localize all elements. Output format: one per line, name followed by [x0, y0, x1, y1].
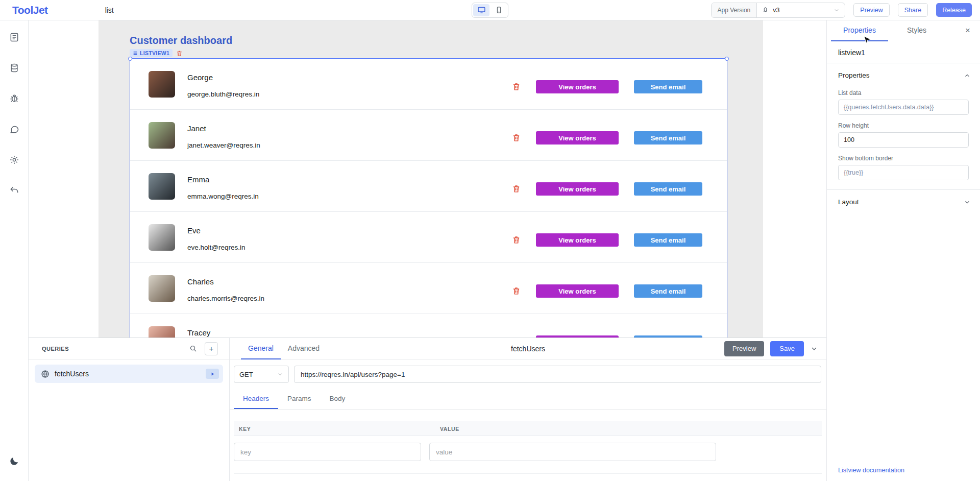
send-email-button[interactable]: Send email	[634, 284, 702, 298]
method-select[interactable]: GET	[234, 366, 289, 383]
trash-icon	[512, 286, 521, 295]
header-value-input[interactable]	[429, 443, 716, 461]
headers-table: KEY VALUE	[234, 421, 822, 474]
trash-icon	[512, 184, 521, 193]
row-height-label: Row height	[838, 122, 969, 129]
tab-advanced[interactable]: Advanced	[281, 338, 327, 359]
desktop-icon	[477, 6, 486, 14]
moon-icon	[9, 456, 19, 466]
header-key-input[interactable]	[234, 443, 421, 461]
mobile-icon	[495, 6, 503, 14]
queries-title: QUERIES	[42, 346, 69, 352]
trash-icon	[512, 235, 521, 244]
layout-section-header[interactable]: Layout	[827, 190, 980, 213]
list-item: Eve eve.holt@reqres.in View orders Send …	[130, 212, 727, 263]
customer-name: Emma	[187, 175, 209, 184]
queries-list: QUERIES +	[29, 338, 230, 481]
query-list-item[interactable]: fetchUsers	[35, 365, 223, 383]
trash-icon	[512, 82, 521, 91]
debugger-panel-button[interactable]	[4, 88, 24, 109]
datasources-panel-button[interactable]	[4, 58, 24, 78]
settings-panel-button[interactable]	[4, 150, 24, 170]
share-button[interactable]: Share	[898, 3, 928, 17]
tab-params[interactable]: Params	[278, 389, 321, 409]
comments-panel-button[interactable]	[4, 119, 24, 139]
send-email-button[interactable]: Send email	[634, 233, 702, 247]
delete-widget-button[interactable]	[176, 50, 183, 57]
view-orders-button[interactable]: View orders	[536, 80, 619, 93]
trash-icon	[512, 133, 521, 142]
run-query-button[interactable]	[206, 369, 219, 379]
listview-documentation-link[interactable]: Listview documentation	[838, 467, 904, 474]
resize-handle-top-right[interactable]	[725, 57, 729, 61]
tab-general[interactable]: General	[241, 338, 281, 359]
resize-handle-top-left[interactable]	[128, 57, 132, 61]
chat-icon	[9, 124, 19, 134]
close-icon: ×	[965, 26, 970, 36]
widget-badge[interactable]: LISTVIEW1	[130, 49, 173, 57]
tab-styles[interactable]: Styles	[888, 20, 945, 41]
widget-config-handle: LISTVIEW1	[130, 49, 183, 57]
top-bar: ToolJet list App Version v3	[0, 0, 980, 20]
delete-row-button[interactable]	[512, 133, 521, 142]
undo-icon	[9, 185, 19, 196]
row-height-input[interactable]: 100	[838, 132, 969, 148]
query-editor-topbar: General Advanced fetchUsers Preview Save	[230, 338, 826, 359]
view-orders-button[interactable]: View orders	[536, 233, 619, 247]
view-orders-button[interactable]: View orders	[536, 182, 619, 196]
avatar	[149, 122, 175, 149]
app-version-control: App Version v3	[711, 3, 846, 18]
tooljet-logo[interactable]: ToolJet	[12, 4, 48, 16]
rest-api-icon	[41, 370, 50, 378]
desktop-view-button[interactable]	[473, 4, 489, 16]
inspector-tabs: Properties Styles ×	[827, 20, 980, 41]
tab-body[interactable]: Body	[321, 389, 355, 409]
mobile-view-button[interactable]	[491, 4, 507, 16]
view-orders-button[interactable]: View orders	[536, 284, 619, 298]
customer-name: Tracey	[187, 328, 210, 337]
delete-row-button[interactable]	[512, 286, 521, 295]
key-column-header: KEY	[239, 426, 251, 432]
url-input[interactable]	[294, 366, 821, 383]
query-editor-title[interactable]: fetchUsers	[511, 345, 545, 353]
app-name[interactable]: list	[105, 6, 114, 14]
method-value: GET	[239, 371, 253, 378]
close-inspector-button[interactable]: ×	[962, 25, 974, 37]
collapse-panel-button[interactable]	[810, 345, 818, 353]
properties-section-header[interactable]: Properties	[827, 63, 980, 86]
view-orders-button[interactable]: View orders	[536, 131, 619, 145]
show-bottom-border-input[interactable]: {{true}}	[838, 165, 969, 180]
delete-row-button[interactable]	[512, 82, 521, 91]
preview-button[interactable]: Preview	[853, 3, 889, 17]
send-email-button[interactable]: Send email	[634, 182, 702, 196]
tab-headers[interactable]: Headers	[234, 389, 278, 409]
list-data-input[interactable]: {{queries.fetchUsers.data.data}}	[838, 100, 969, 115]
search-queries-button[interactable]	[186, 342, 200, 355]
delete-row-button[interactable]	[512, 184, 521, 193]
chevron-down-icon	[810, 345, 818, 353]
headers-table-row	[234, 443, 822, 461]
pages-panel-button[interactable]	[4, 27, 24, 47]
send-email-button[interactable]: Send email	[634, 131, 702, 145]
version-select[interactable]: v3	[757, 3, 845, 17]
listview-widget[interactable]: George george.bluth@reqres.in View order…	[130, 58, 727, 365]
send-email-button[interactable]: Send email	[634, 80, 702, 93]
query-editor: General Advanced fetchUsers Preview Save	[230, 338, 826, 481]
release-button[interactable]: Release	[936, 3, 972, 17]
dark-mode-toggle[interactable]	[4, 451, 24, 471]
undo-button[interactable]	[4, 180, 24, 201]
customer-email: george.bluth@reqres.in	[187, 90, 259, 98]
bug-icon	[9, 93, 19, 104]
canvas-title-text[interactable]: Customer dashboard	[130, 35, 232, 46]
tab-properties[interactable]: Properties	[831, 20, 888, 41]
add-query-button[interactable]: +	[205, 342, 218, 355]
version-value: v3	[773, 7, 779, 14]
avatar	[149, 71, 175, 98]
query-preview-button[interactable]: Preview	[724, 341, 764, 356]
delete-row-button[interactable]	[512, 235, 521, 244]
divider	[234, 473, 822, 474]
query-save-button[interactable]: Save	[770, 341, 804, 356]
query-name: fetchUsers	[55, 370, 89, 378]
trash-icon	[176, 50, 183, 57]
customer-email: emma.wong@reqres.in	[187, 193, 259, 200]
